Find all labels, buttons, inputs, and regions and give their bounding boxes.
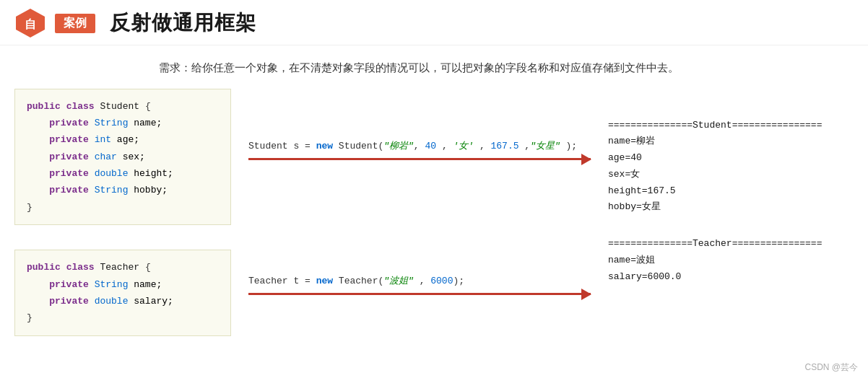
header: 自 案例 反射做通用框架 <box>0 0 868 45</box>
student-call-code: Student s = new Student("柳岩", 40 , '女' ,… <box>248 139 591 152</box>
header-tag: 案例 <box>55 14 95 33</box>
header-title: 反射做通用框架 <box>110 9 256 37</box>
header-icon-shape: 自 <box>14 7 46 39</box>
student-sex-line: sex=女 <box>608 167 854 183</box>
student-class-block: public class Student { private String na… <box>14 89 231 226</box>
student-output-block: ===============Student================ n… <box>608 118 854 216</box>
student-hobby-line: hobby=女星 <box>608 199 854 216</box>
student-arrow <box>248 158 591 160</box>
teacher-output-block: ===============Teacher================ n… <box>608 236 854 285</box>
description-text: 需求：给你任意一个对象，在不清楚对象字段的情况可以，可以把对象的字段名称和对应值… <box>0 45 868 86</box>
student-call-area: Student s = new Student("柳岩", 40 , '女' ,… <box>248 139 591 172</box>
student-name-line: name=柳岩 <box>608 133 854 150</box>
output-section: ===============Student================ n… <box>608 89 854 336</box>
student-output-header: ===============Student================ <box>608 118 854 134</box>
svg-text:自: 自 <box>25 18 36 30</box>
middle-section: Student s = new Student("柳岩", 40 , '女' ,… <box>231 89 608 336</box>
teacher-arrow <box>248 293 591 295</box>
teacher-class-block: public class Teacher { private String na… <box>14 250 231 336</box>
code-section: public class Student { private String na… <box>14 89 231 336</box>
teacher-output-header: ===============Teacher================ <box>608 236 854 252</box>
student-age-line: age=40 <box>608 150 854 167</box>
teacher-name-line: name=波姐 <box>608 252 854 269</box>
teacher-call-code: Teacher t = new Teacher("波姐" , 6000); <box>248 274 591 287</box>
student-height-line: height=167.5 <box>608 183 854 200</box>
teacher-salary-line: salary=6000.0 <box>608 269 854 286</box>
watermark: CSDN @芸今 <box>804 361 858 374</box>
teacher-call-area: Teacher t = new Teacher("波姐" , 6000); <box>248 274 591 307</box>
